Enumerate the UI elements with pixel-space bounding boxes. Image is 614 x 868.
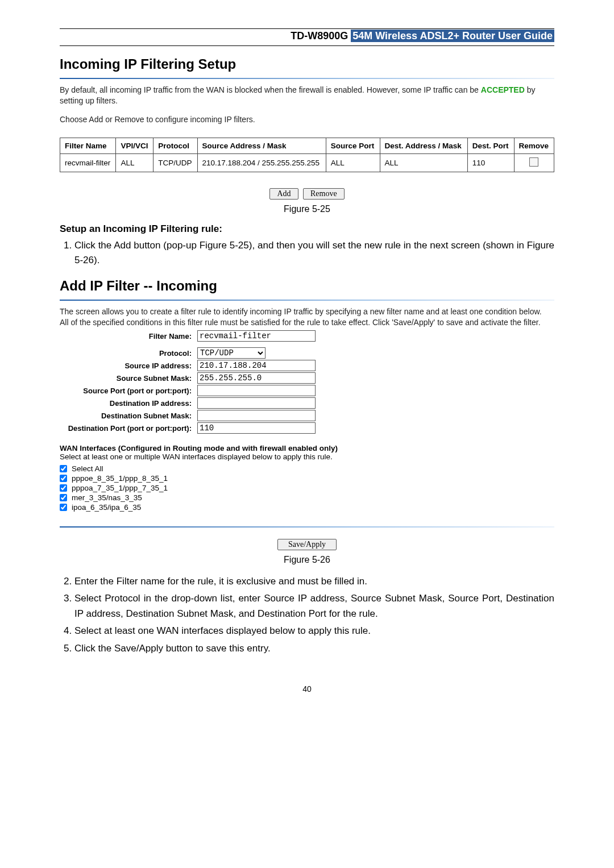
divider bbox=[60, 78, 554, 79]
fig25-intro-pre: By default, all incoming IP traffic from… bbox=[60, 85, 481, 94]
s3-c5: , and bbox=[233, 608, 258, 619]
accepted-word: ACCEPTED bbox=[481, 85, 525, 94]
s3-c3: , bbox=[500, 593, 506, 604]
page-header: TD-W8900G 54M Wireless ADSL2+ Router Use… bbox=[60, 29, 554, 46]
th-remove: Remove bbox=[514, 138, 554, 153]
s3-c4: , bbox=[121, 608, 126, 619]
checkbox-interface[interactable] bbox=[60, 475, 67, 482]
page-number: 40 bbox=[60, 684, 554, 693]
checkbox-interface[interactable] bbox=[60, 484, 67, 492]
td-dst-addr: ALL bbox=[380, 153, 467, 172]
interface-label: mer_3_35/nas_3_35 bbox=[72, 493, 142, 502]
checkbox-interface[interactable] bbox=[60, 504, 67, 511]
s2-post: for the rule, it is exclusive and must b… bbox=[165, 576, 367, 587]
save-apply-button[interactable]: Save/Apply bbox=[277, 539, 337, 550]
s3-pre: Select bbox=[74, 593, 105, 604]
input-src-mask[interactable] bbox=[197, 372, 316, 384]
remove-button[interactable]: Remove bbox=[303, 188, 345, 200]
checkbox-interface[interactable] bbox=[60, 494, 67, 501]
interface-label: Select All bbox=[72, 464, 103, 473]
label-filter-name: Filter Name: bbox=[60, 332, 197, 340]
table-row: recvmail-filter ALL TCP/UDP 210.17.188.2… bbox=[60, 153, 554, 172]
td-protocol: TCP/UDP bbox=[154, 153, 197, 172]
fig25-caption: Figure 5-25 bbox=[60, 204, 554, 214]
s5-post: button to save this entry. bbox=[163, 643, 271, 654]
checkbox-select-all[interactable] bbox=[60, 465, 67, 472]
input-dst-port[interactable] bbox=[197, 422, 316, 434]
wan-interfaces-desc: Select at least one or multiple WAN inte… bbox=[60, 452, 554, 461]
interface-label: ipoa_6_35/ipa_6_35 bbox=[72, 503, 141, 512]
add-button[interactable]: Add bbox=[269, 188, 298, 200]
s3-b7: Destination Port bbox=[258, 608, 326, 619]
th-dst-addr: Dest. Address / Mask bbox=[380, 138, 467, 153]
step1-bold: Add bbox=[114, 240, 131, 251]
s3-c1: , bbox=[345, 593, 351, 604]
label-src-mask: Source Subnet Mask: bbox=[60, 374, 197, 383]
th-src-port: Source Port bbox=[326, 138, 380, 153]
td-vpivci: ALL bbox=[116, 153, 154, 172]
s5-b: Save/Apply bbox=[114, 643, 163, 654]
fig26-caption: Figure 5-26 bbox=[60, 555, 554, 565]
label-protocol: Protocol: bbox=[60, 349, 197, 358]
input-src-port[interactable] bbox=[197, 385, 316, 396]
label-dst-port: Destination Port (port or port:port): bbox=[60, 424, 197, 433]
td-src-port: ALL bbox=[326, 153, 380, 172]
input-src-ip[interactable] bbox=[197, 360, 316, 371]
th-src-addr: Source Address / Mask bbox=[197, 138, 326, 153]
s3-mid1: in the drop-down list, enter bbox=[140, 593, 264, 604]
input-filter-name[interactable] bbox=[197, 330, 316, 342]
figure-5-25: Incoming IP Filtering Setup By default, … bbox=[60, 56, 554, 200]
step1-post: button (pop-up Figure 5-25), and then yo… bbox=[74, 240, 554, 265]
step-5: Click the Save/Apply button to save this… bbox=[74, 641, 554, 656]
s3-post: for the rule. bbox=[326, 608, 378, 619]
step-4: Select at least one WAN interfaces displ… bbox=[74, 624, 554, 638]
setup-heading: Setup an Incoming IP Filtering rule: bbox=[60, 223, 554, 235]
interface-label: pppoa_7_35_1/ppp_7_35_1 bbox=[72, 484, 168, 492]
fig26-desc2: All of the specified conditions in this … bbox=[60, 317, 554, 328]
fig26-desc1: The screen allows you to create a filter… bbox=[60, 306, 554, 317]
th-vpivci: VPI/VCI bbox=[116, 138, 154, 153]
step-3: Select Protocol in the drop-down list, e… bbox=[74, 591, 554, 621]
td-dst-port: 110 bbox=[467, 153, 514, 172]
step-1: Click the Add button (pop-up Figure 5-25… bbox=[74, 238, 554, 268]
header-model: TD-W8900G bbox=[291, 30, 348, 41]
divider bbox=[60, 300, 554, 301]
fig25-line2: Choose Add or Remove to configure incomi… bbox=[60, 114, 554, 125]
label-dst-ip: Destination IP address: bbox=[60, 399, 197, 408]
remove-checkbox[interactable] bbox=[529, 157, 538, 167]
filter-table: Filter Name VPI/VCI Protocol Source Addr… bbox=[60, 138, 554, 172]
th-dst-port: Dest. Port bbox=[467, 138, 514, 153]
s3-b2: Source IP address bbox=[264, 593, 345, 604]
s3-b6: Destination Subnet Mask bbox=[126, 608, 233, 619]
s2-pre: Enter the bbox=[74, 576, 117, 587]
s3-b3: Source Subnet Mask bbox=[351, 593, 442, 604]
td-remove bbox=[514, 153, 554, 172]
select-protocol[interactable]: TCP/UDP bbox=[197, 347, 265, 359]
label-src-ip: Source IP address: bbox=[60, 362, 197, 370]
input-dst-ip[interactable] bbox=[197, 397, 316, 409]
td-src-addr: 210.17.188.204 / 255.255.255.255 bbox=[197, 153, 326, 172]
s2-b: Filter name bbox=[117, 576, 165, 587]
interface-label: pppoe_8_35_1/ppp_8_35_1 bbox=[72, 474, 168, 483]
figure-5-26: Add IP Filter -- Incoming The screen all… bbox=[60, 278, 554, 550]
s3-b4: Source Port bbox=[448, 593, 500, 604]
td-filter-name: recvmail-filter bbox=[60, 153, 116, 172]
fig25-title: Incoming IP Filtering Setup bbox=[60, 56, 554, 74]
th-filter-name: Filter Name bbox=[60, 138, 116, 153]
s3-c2: , bbox=[442, 593, 448, 604]
wan-interfaces-title: WAN Interfaces (Configured in Routing mo… bbox=[60, 444, 554, 452]
step-2: Enter the Filter name for the rule, it i… bbox=[74, 574, 554, 589]
fig26-title: Add IP Filter -- Incoming bbox=[60, 278, 554, 296]
divider bbox=[60, 526, 554, 528]
fig25-intro: By default, all incoming IP traffic from… bbox=[60, 85, 554, 106]
input-dst-mask[interactable] bbox=[197, 410, 316, 421]
label-src-port: Source Port (port or port:port): bbox=[60, 387, 197, 395]
s3-b1: Protocol bbox=[105, 593, 140, 604]
s5-pre: Click the bbox=[74, 643, 114, 654]
label-dst-mask: Destination Subnet Mask: bbox=[60, 412, 197, 420]
th-protocol: Protocol bbox=[154, 138, 197, 153]
step1-pre: Click the bbox=[74, 240, 114, 251]
header-title: 54M Wireless ADSL2+ Router User Guide bbox=[351, 30, 554, 42]
